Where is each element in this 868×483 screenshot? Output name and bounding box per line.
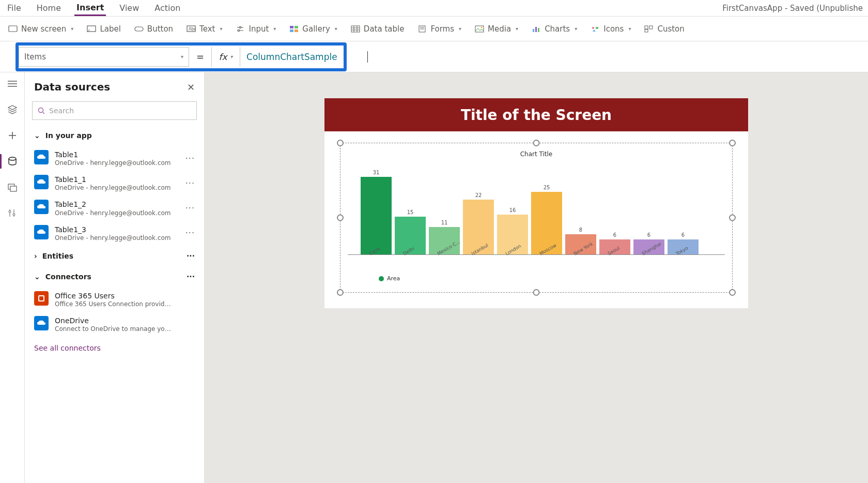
resize-handle[interactable] (337, 215, 344, 221)
search-input[interactable]: Search (32, 101, 197, 120)
formula-bar: Items ▾ = fx ▾ ColumnChartSample (0, 41, 868, 72)
charts-icon (532, 25, 541, 33)
new-screen-button[interactable]: New screen ▾ (8, 24, 73, 34)
svg-point-44 (13, 214, 15, 216)
canvas-area[interactable]: Title of the Screen Chart Title 31 15 11… (205, 72, 868, 483)
svg-rect-28 (596, 27, 598, 29)
charts-label: Charts (545, 24, 570, 34)
equals-sign: = (189, 51, 211, 62)
section-in-your-app[interactable]: ⌄ In your app (25, 125, 204, 146)
chevron-down-icon: ⌄ (34, 273, 40, 281)
chevron-down-icon: ▾ (230, 54, 233, 59)
chevron-down-icon: ▾ (459, 26, 461, 32)
resize-handle[interactable] (729, 140, 736, 146)
section-connectors[interactable]: ⌄ Connectors ··· (25, 266, 204, 287)
data-source-item[interactable]: Table1_2 OneDrive - henry.legge@outlook.… (25, 195, 204, 220)
chevron-down-icon: ▾ (220, 26, 222, 32)
svg-rect-25 (535, 27, 537, 32)
menu-home[interactable]: Home (35, 1, 63, 15)
resize-handle[interactable] (337, 289, 344, 296)
rail-insert[interactable] (6, 129, 19, 142)
label-button[interactable]: Label (87, 24, 120, 34)
data-source-title: Table1_1 (55, 175, 171, 184)
svg-marker-29 (593, 29, 596, 32)
svg-point-27 (592, 27, 594, 29)
close-icon[interactable]: ✕ (187, 82, 195, 93)
connector-subtitle: Connect to OneDrive to manage your files… (55, 325, 174, 333)
rail-media[interactable] (6, 181, 19, 193)
more-icon[interactable]: ··· (185, 154, 195, 163)
ribbon: New screen ▾ Label Button Abc Text ▾ Inp… (0, 17, 868, 41)
svg-rect-24 (533, 29, 534, 32)
label-icon (87, 25, 96, 33)
data-source-subtitle: OneDrive - henry.legge@outlook.com (55, 209, 171, 217)
resize-handle[interactable] (729, 289, 736, 296)
icons-label: Icons (603, 24, 624, 34)
more-icon[interactable]: ··· (187, 273, 195, 281)
svg-rect-26 (538, 28, 539, 32)
resize-handle[interactable] (337, 140, 344, 146)
data-source-subtitle: OneDrive - henry.legge@outlook.com (55, 234, 171, 242)
chevron-down-icon: ▾ (181, 54, 183, 59)
input-button[interactable]: Input ▾ (236, 24, 276, 34)
forms-button[interactable]: Forms ▾ (417, 24, 461, 34)
menu-action[interactable]: Action (152, 1, 182, 15)
text-cursor (367, 51, 368, 63)
formula-input[interactable]: ColumnChartSample (240, 47, 344, 67)
section-entities[interactable]: › Entities ··· (25, 246, 204, 266)
fx-button[interactable]: fx ▾ (211, 47, 240, 67)
more-icon[interactable]: ··· (185, 203, 195, 213)
rail-advanced[interactable] (6, 207, 19, 219)
onedrive-icon (34, 175, 49, 189)
connector-title: OneDrive (55, 316, 174, 325)
rail-tree-view[interactable] (6, 103, 19, 116)
svg-text:Abc: Abc (189, 27, 196, 32)
data-source-item[interactable]: Table1 OneDrive - henry.legge@outlook.co… (25, 146, 204, 171)
svg-rect-10 (290, 26, 293, 28)
data-source-item[interactable]: Table1_3 OneDrive - henry.legge@outlook.… (25, 221, 204, 246)
button-button[interactable]: Button (134, 24, 173, 34)
connector-item[interactable]: OneDrive Connect to OneDrive to manage y… (25, 312, 204, 337)
gallery-button[interactable]: Gallery ▾ (289, 24, 337, 34)
more-icon[interactable]: ··· (185, 228, 195, 238)
resize-handle[interactable] (533, 289, 540, 296)
onedrive-icon (34, 200, 49, 214)
more-icon[interactable]: ··· (185, 178, 195, 188)
more-icon[interactable]: ··· (187, 252, 195, 260)
formula-value: ColumnChartSample (246, 52, 337, 62)
svg-point-45 (39, 108, 43, 113)
section-label: Entities (42, 252, 73, 260)
menu-view[interactable]: View (117, 1, 141, 15)
search-icon (38, 107, 45, 114)
rail-hamburger[interactable] (6, 78, 19, 90)
icons-button[interactable]: Icons ▾ (591, 24, 631, 34)
media-icon (475, 25, 484, 33)
media-button[interactable]: Media ▾ (475, 24, 518, 34)
rail-data[interactable] (6, 155, 19, 168)
svg-rect-13 (295, 29, 298, 32)
resize-handle[interactable] (729, 215, 736, 221)
formula-highlight-box: Items ▾ = fx ▾ ColumnChartSample (16, 42, 347, 71)
see-all-connectors-link[interactable]: See all connectors (25, 337, 204, 359)
onedrive-icon (34, 225, 49, 239)
data-source-item[interactable]: Table1_1 OneDrive - henry.legge@outlook.… (25, 171, 204, 195)
property-dropdown[interactable]: Items ▾ (19, 47, 189, 67)
chart-control-selected[interactable]: Chart Title 31 15 11 22 16 25 8 6 6 (340, 143, 733, 293)
input-icon (236, 25, 245, 33)
text-button[interactable]: Abc Text ▾ (187, 24, 222, 34)
data-table-button[interactable]: Data table (351, 24, 405, 34)
svg-rect-14 (351, 26, 360, 32)
svg-rect-40 (10, 186, 17, 191)
resize-handle[interactable] (533, 140, 540, 146)
chart-plot: 31 15 11 22 16 25 8 6 6 6 (348, 162, 725, 255)
charts-button[interactable]: Charts ▾ (532, 24, 577, 34)
svg-rect-31 (649, 26, 653, 29)
chevron-down-icon: ▾ (273, 26, 276, 32)
menu-file[interactable]: File (5, 1, 23, 15)
menu-insert[interactable]: Insert (74, 1, 106, 16)
connector-item[interactable]: Office 365 Users Office 365 Users Connec… (25, 287, 204, 312)
svg-rect-22 (475, 26, 484, 32)
custom-button[interactable]: Custon (644, 24, 684, 34)
section-label: Connectors (45, 273, 91, 281)
bar-value-label: 31 (373, 170, 380, 175)
